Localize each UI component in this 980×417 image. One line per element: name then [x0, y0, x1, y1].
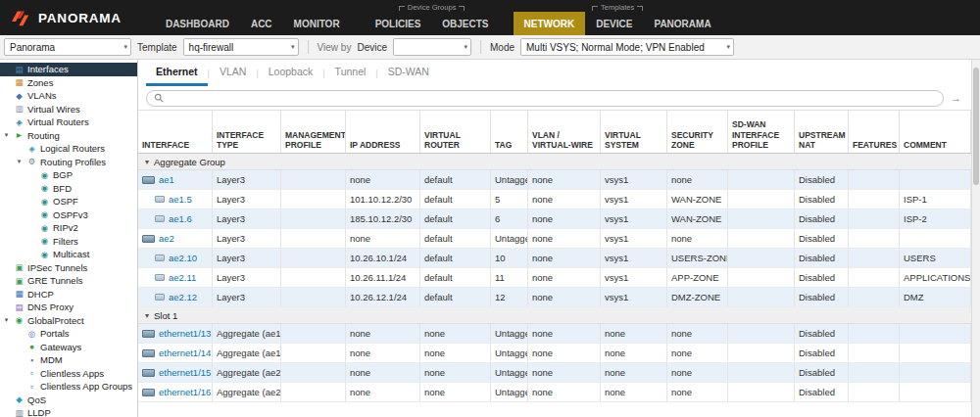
column-header-virtual-system[interactable]: VIRTUAL SYSTEM — [601, 111, 667, 153]
interface-link[interactable]: ae2.12 — [169, 292, 197, 302]
sidebar-item-ospfv3[interactable]: ◉OSPFv3 — [0, 208, 137, 222]
sidebar-item-dhcp[interactable]: ▦DHCP — [0, 288, 137, 301]
sidebar-item-label: DNS Proxy — [27, 301, 74, 312]
interface-link[interactable]: ae2.11 — [169, 272, 196, 283]
search-input[interactable] — [168, 93, 936, 104]
scrollbar-thumb[interactable] — [973, 68, 979, 185]
context-select[interactable]: Panorama ▾ — [4, 38, 131, 56]
cell-interface-type: Layer3 — [213, 190, 281, 208]
group-collapse-caret-icon[interactable]: ▾ — [145, 158, 149, 166]
apply-filter-icon[interactable]: → — [949, 92, 963, 104]
nav-item-monitor[interactable]: MONITOR — [283, 12, 351, 35]
ipsec-tunnels-icon: ▣ — [14, 263, 24, 272]
search-box[interactable] — [146, 90, 944, 107]
column-header-tag[interactable]: TAG — [491, 111, 528, 153]
sidebar-item-logical-routers[interactable]: ◈Logical Routers — [0, 142, 137, 156]
sidebar-item-routing-profiles[interactable]: ▾⚙Routing Profiles — [0, 156, 137, 169]
column-header-interface[interactable]: INTERFACE — [138, 111, 213, 153]
column-header-upstream-nat[interactable]: UPSTREAM NAT — [795, 111, 849, 153]
sidebar-item-qos[interactable]: ◆QoS — [0, 394, 137, 407]
table-row-ae1-6[interactable]: ae1.6Layer3185.10.12.2/30default6nonevsy… — [138, 209, 971, 229]
group-collapse-caret-icon[interactable]: ▾ — [145, 311, 149, 320]
sidebar-item-virtual-routers[interactable]: ◈Virtual Routers — [0, 116, 137, 129]
sidebar-item-interfaces[interactable]: ▤Interfaces — [0, 63, 137, 76]
tree-expand-caret-icon[interactable]: ▾ — [2, 316, 11, 324]
vertical-scrollbar[interactable] — [971, 60, 980, 417]
sidebar-item-clientless-apps[interactable]: ▫Clientless Apps — [0, 367, 137, 381]
group-row-aggregate-group[interactable]: ▾Aggregate Group — [138, 154, 971, 170]
interface-link[interactable]: ae1.5 — [169, 194, 192, 205]
sidebar-item-zones[interactable]: ▦Zones — [0, 76, 137, 90]
sidebar-item-virtual-wires[interactable]: ▥Virtual Wires — [0, 103, 137, 116]
sidebar-item-lldp[interactable]: ▥LLDP — [0, 406, 137, 417]
nav-item-acc[interactable]: ACC — [240, 12, 283, 35]
tab-loopback[interactable]: Loopback — [259, 60, 323, 86]
column-header-interface-type[interactable]: INTERFACE TYPE — [213, 111, 281, 153]
sidebar-item-filters[interactable]: ◉Filters — [0, 235, 137, 249]
column-header-virtual-router[interactable]: VIRTUAL ROUTER — [420, 111, 491, 153]
nav-item-network[interactable]: NETWORK — [514, 12, 586, 35]
column-header-ip-address[interactable]: IP ADDRESS — [346, 111, 420, 153]
sidebar-item-gateways[interactable]: ●Gateways — [0, 341, 137, 354]
sidebar-item-routing[interactable]: ▾►Routing — [0, 129, 137, 143]
nav-item-policies[interactable]: POLICIES — [365, 12, 432, 35]
table-row-ethernet1-16[interactable]: ethernet1/16Aggregate (ae2)nonenoneUntag… — [138, 383, 971, 402]
column-header-management-profile[interactable]: MANAGEMENT PROFILE — [281, 111, 346, 153]
template-select[interactable]: hq-firewall ▾ — [183, 38, 299, 56]
table-row-ae2[interactable]: ae2Layer3nonedefaultUntaggednonevsys1non… — [138, 229, 971, 249]
tree-expand-caret-icon[interactable]: ▾ — [15, 158, 24, 165]
sidebar-item-ospf[interactable]: ◉OSPF — [0, 195, 137, 208]
table-row-ae1[interactable]: ae1Layer3nonedefaultUntaggednonevsys1non… — [138, 170, 971, 190]
table-row-ae1-5[interactable]: ae1.5Layer3101.10.12.2/30default5nonevsy… — [138, 190, 971, 209]
tree-expand-caret-icon[interactable]: ▾ — [2, 131, 11, 139]
column-header-comment[interactable]: COMMENT — [900, 111, 971, 153]
interface-link[interactable]: ethernet1/16 — [159, 387, 211, 397]
interface-link[interactable]: ae2.10 — [169, 253, 197, 263]
context-select-value: Panorama — [10, 42, 55, 53]
sidebar-item-portals[interactable]: ◎Portals — [0, 327, 137, 341]
nav-item-device[interactable]: DEVICE — [585, 12, 643, 35]
sidebar-item-vlans[interactable]: ◆VLANs — [0, 89, 137, 103]
tab-vlan[interactable]: VLAN — [210, 60, 256, 86]
table-row-ethernet1-13[interactable]: ethernet1/13Aggregate (ae1)nonenoneUntag… — [138, 324, 971, 344]
column-header-security-zone[interactable]: SECURITY ZONE — [667, 111, 728, 153]
column-header-vlan-virtual-wire[interactable]: VLAN / VIRTUAL-WIRE — [528, 111, 601, 153]
interface-link[interactable]: ae2 — [159, 233, 174, 244]
nav-item-panorama[interactable]: PANORAMA — [643, 12, 721, 35]
sidebar-item-bfd[interactable]: ◉BFD — [0, 182, 137, 196]
cell-management-profile — [281, 383, 346, 401]
nav-item-objects[interactable]: OBJECTS — [431, 12, 499, 35]
interface-link[interactable]: ethernet1/15 — [159, 367, 211, 378]
group-label: Aggregate Group — [154, 157, 225, 167]
tab-tunnel[interactable]: Tunnel — [325, 60, 376, 86]
group-row-slot-1[interactable]: ▾Slot 1 — [138, 307, 971, 324]
table-row-ethernet1-15[interactable]: ethernet1/15Aggregate (ae2)nonenoneUntag… — [138, 363, 971, 383]
sidebar-item-multicast[interactable]: ◉Multicast — [0, 248, 137, 261]
sidebar-item-ipsec-tunnels[interactable]: ▣IPSec Tunnels — [0, 261, 137, 275]
interface-link[interactable]: ae1.6 — [169, 213, 192, 224]
interface-link[interactable]: ae1 — [159, 174, 174, 185]
interface-link[interactable]: ethernet1/14 — [159, 348, 211, 358]
column-header-features[interactable]: FEATURES — [849, 111, 900, 153]
sidebar-item-clientless-app-groups[interactable]: ▫Clientless App Groups — [0, 380, 137, 394]
table-row-ae2-10[interactable]: ae2.10Layer310.26.10.1/24default10nonevs… — [138, 249, 971, 268]
device-select[interactable]: ▾ — [393, 38, 471, 56]
cell-sd-wan-interface-profile — [728, 209, 795, 228]
tab-sd-wan[interactable]: SD-WAN — [378, 60, 439, 86]
sidebar-item-ripv2[interactable]: ◉RIPv2 — [0, 221, 137, 235]
sidebar-item-globalprotect[interactable]: ▾◉GlobalProtect — [0, 314, 137, 328]
sidebar-item-dns-proxy[interactable]: ▤DNS Proxy — [0, 301, 137, 314]
column-header-sd-wan-interface-profile[interactable]: SD-WAN INTERFACE PROFILE — [728, 111, 795, 153]
sidebar-item-bgp[interactable]: ◉BGP — [0, 168, 137, 182]
mode-select[interactable]: Multi VSYS; Normal Mode; VPN Enabled ▾ — [520, 38, 734, 56]
interface-link[interactable]: ethernet1/13 — [159, 328, 211, 339]
cell-ip-address: none — [346, 344, 420, 362]
sidebar-item-gre-tunnels[interactable]: ▣GRE Tunnels — [0, 274, 137, 288]
tab-ethernet[interactable]: Ethernet — [146, 60, 208, 86]
cell-sd-wan-interface-profile — [728, 190, 795, 208]
sidebar-item-mdm[interactable]: ▪MDM — [0, 353, 137, 367]
table-row-ae2-11[interactable]: ae2.11Layer310.26.11.1/24default11nonevs… — [138, 268, 971, 288]
nav-item-dashboard[interactable]: DASHBOARD — [155, 12, 240, 35]
table-row-ethernet1-14[interactable]: ethernet1/14Aggregate (ae1)nonenoneUntag… — [138, 344, 971, 363]
table-row-ae2-12[interactable]: ae2.12Layer310.26.12.1/24default12nonevs… — [138, 288, 971, 307]
